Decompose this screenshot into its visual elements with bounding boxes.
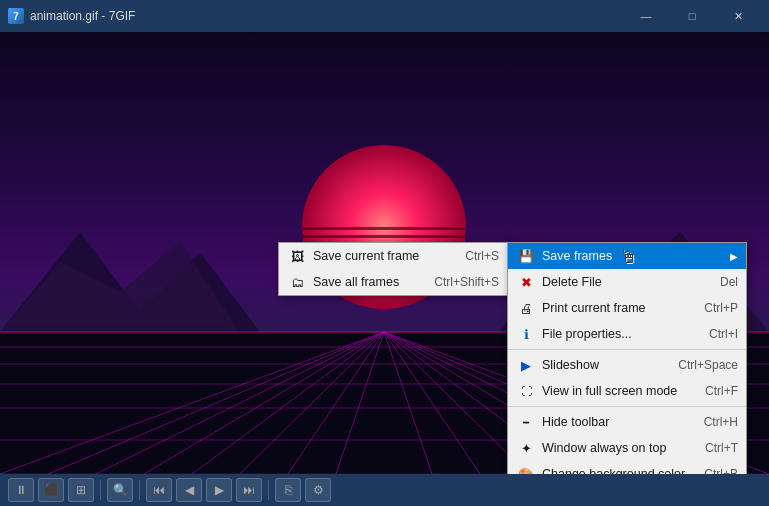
slideshow-shortcut: Ctrl+Space bbox=[678, 358, 738, 372]
print-icon: 🖨 bbox=[516, 298, 536, 318]
zoom-button[interactable]: 🔍 bbox=[107, 478, 133, 502]
delete-icon: ✖ bbox=[516, 272, 536, 292]
maximize-button[interactable]: □ bbox=[669, 0, 715, 32]
submenu-arrow: ▶ bbox=[730, 251, 738, 262]
menu-item-fullscreen[interactable]: ⛶ View in full screen mode Ctrl+F bbox=[508, 378, 746, 404]
change-bg-label: Change background color bbox=[542, 467, 696, 474]
fullscreen-label: View in full screen mode bbox=[542, 384, 697, 398]
svg-rect-3 bbox=[302, 227, 466, 230]
toolbar: ⏸ ⬛ ⊞ 🔍 ⏮ ◀ ▶ ⏭ ⎘ ⚙ bbox=[0, 474, 769, 506]
menu-item-always-on-top[interactable]: ✦ Window always on top Ctrl+T bbox=[508, 435, 746, 461]
nav-prev-button[interactable]: ◀ bbox=[176, 478, 202, 502]
save-frame-icon: 🖼 bbox=[287, 246, 307, 266]
minimize-button[interactable]: — bbox=[623, 0, 669, 32]
pause-button[interactable]: ⏸ bbox=[8, 478, 34, 502]
menu-item-hide-toolbar[interactable]: ━ Hide toolbar Ctrl+H bbox=[508, 409, 746, 435]
slideshow-icon: ▶ bbox=[516, 355, 536, 375]
menu-item-slideshow[interactable]: ▶ Slideshow Ctrl+Space bbox=[508, 352, 746, 378]
menu-item-save-frames[interactable]: 💾 Save frames ▶ bbox=[508, 243, 746, 269]
always-on-top-shortcut: Ctrl+T bbox=[705, 441, 738, 455]
context-menu-left: 🖼 Save current frame Ctrl+S 🗂 Save all f… bbox=[278, 242, 508, 296]
always-on-top-label: Window always on top bbox=[542, 441, 697, 455]
pin-icon: ✦ bbox=[516, 438, 536, 458]
scene: 🖼 Save current frame Ctrl+S 🗂 Save all f… bbox=[0, 32, 769, 474]
save-current-frame-shortcut: Ctrl+S bbox=[465, 249, 499, 263]
delete-file-shortcut: Del bbox=[720, 275, 738, 289]
menu-item-file-properties[interactable]: ℹ File properties... Ctrl+I bbox=[508, 321, 746, 347]
menu-item-delete-file[interactable]: ✖ Delete File Del bbox=[508, 269, 746, 295]
close-button[interactable]: ✕ bbox=[715, 0, 761, 32]
main-content: 🖼 Save current frame Ctrl+S 🗂 Save all f… bbox=[0, 32, 769, 474]
save-current-frame-label: Save current frame bbox=[313, 249, 457, 263]
print-shortcut: Ctrl+P bbox=[704, 301, 738, 315]
fullscreen-icon: ⛶ bbox=[516, 381, 536, 401]
menu-item-save-current-frame[interactable]: 🖼 Save current frame Ctrl+S bbox=[279, 243, 507, 269]
separator-1 bbox=[508, 349, 746, 350]
nav-first-button[interactable]: ⏮ bbox=[146, 478, 172, 502]
app-icon: 7 bbox=[8, 8, 24, 24]
hide-toolbar-label: Hide toolbar bbox=[542, 415, 696, 429]
save-frames-label: Save frames bbox=[542, 249, 726, 263]
color-icon: 🎨 bbox=[516, 464, 536, 474]
print-label: Print current frame bbox=[542, 301, 696, 315]
info-icon: ℹ bbox=[516, 324, 536, 344]
stop-button[interactable]: ⬛ bbox=[38, 478, 64, 502]
toolbar-sep-1 bbox=[100, 480, 101, 500]
toolbar-sep-3 bbox=[268, 480, 269, 500]
copy-button[interactable]: ⎘ bbox=[275, 478, 301, 502]
nav-next-button[interactable]: ▶ bbox=[206, 478, 232, 502]
toolbar-sep-2 bbox=[139, 480, 140, 500]
window-title: animation.gif - 7GIF bbox=[30, 9, 623, 23]
save-frames-icon: 💾 bbox=[516, 246, 536, 266]
separator-2 bbox=[508, 406, 746, 407]
file-properties-label: File properties... bbox=[542, 327, 701, 341]
settings-button[interactable]: ⚙ bbox=[305, 478, 331, 502]
menu-item-save-all-frames[interactable]: 🗂 Save all frames Ctrl+Shift+S bbox=[279, 269, 507, 295]
delete-file-label: Delete File bbox=[542, 275, 712, 289]
save-all-frames-label: Save all frames bbox=[313, 275, 426, 289]
hide-toolbar-shortcut: Ctrl+H bbox=[704, 415, 738, 429]
window-controls: — □ ✕ bbox=[623, 0, 761, 32]
slideshow-label: Slideshow bbox=[542, 358, 670, 372]
fullscreen-shortcut: Ctrl+F bbox=[705, 384, 738, 398]
save-all-frames-shortcut: Ctrl+Shift+S bbox=[434, 275, 499, 289]
svg-rect-4 bbox=[302, 235, 466, 238]
menu-item-print[interactable]: 🖨 Print current frame Ctrl+P bbox=[508, 295, 746, 321]
title-bar: 7 animation.gif - 7GIF — □ ✕ bbox=[0, 0, 769, 32]
menu-item-change-bg[interactable]: 🎨 Change background color Ctrl+B bbox=[508, 461, 746, 474]
change-bg-shortcut: Ctrl+B bbox=[704, 467, 738, 474]
toolbar-icon: ━ bbox=[516, 412, 536, 432]
nav-last-button[interactable]: ⏭ bbox=[236, 478, 262, 502]
context-menu-right: 💾 Save frames ▶ ✖ Delete File Del 🖨 Prin… bbox=[507, 242, 747, 474]
save-all-icon: 🗂 bbox=[287, 272, 307, 292]
frame-mode-button[interactable]: ⊞ bbox=[68, 478, 94, 502]
file-properties-shortcut: Ctrl+I bbox=[709, 327, 738, 341]
